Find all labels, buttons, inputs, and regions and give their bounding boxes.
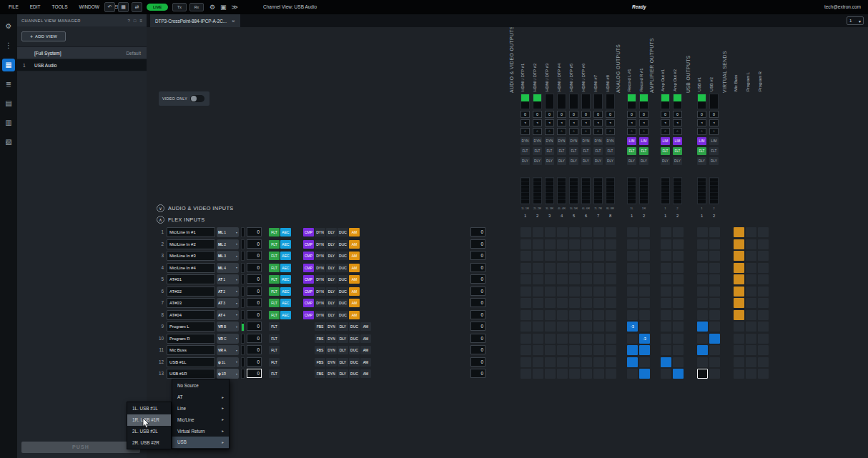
- input-dsp-block-am[interactable]: AM: [349, 275, 360, 284]
- undo-icon[interactable]: ↶: [104, 2, 115, 12]
- device-tab[interactable]: DTP3-CrossPoint-884-IPCP-A-2C... ×: [150, 14, 240, 27]
- section-header[interactable]: ∨AUDIO & VIDEO INPUTS: [157, 204, 234, 212]
- view-list-item[interactable]: [Full System]Default: [17, 47, 147, 59]
- menu-item-usb[interactable]: USB▸: [172, 437, 229, 448]
- view-list-item[interactable]: 1USB Audio: [17, 59, 147, 71]
- input-dsp-block-dly[interactable]: DLY: [337, 334, 348, 343]
- input-dsp-block-cmp[interactable]: CMP: [303, 275, 314, 284]
- input-dsp-block-dly[interactable]: DLY: [337, 358, 348, 367]
- input-source-select[interactable]: AT4▾: [217, 310, 239, 320]
- input-dsp-block-dyn[interactable]: DYN: [315, 252, 325, 260]
- input-dsp-block-fbs[interactable]: FBS: [315, 322, 325, 331]
- input-dsp-block-fbs[interactable]: FBS: [315, 369, 325, 378]
- input-output-gain-value[interactable]: 0: [470, 334, 485, 343]
- input-dsp-block-dyn[interactable]: DYN: [315, 275, 325, 284]
- input-dsp-block-dyn[interactable]: DYN: [326, 369, 337, 378]
- input-dsp-block-flt[interactable]: FLT: [269, 240, 280, 249]
- input-dsp-block-flt[interactable]: FLT: [269, 299, 280, 307]
- menu-item-virtual-return[interactable]: Virtual Return▸: [172, 425, 229, 437]
- input-output-gain-value[interactable]: 0: [470, 322, 485, 331]
- input-dsp-block-dly[interactable]: DLY: [326, 240, 337, 249]
- input-dsp-block-dyn[interactable]: DYN: [326, 346, 337, 354]
- input-dsp-block-dly[interactable]: DLY: [337, 369, 348, 378]
- presets-icon[interactable]: ▤: [2, 97, 15, 110]
- input-gain-value[interactable]: 0: [247, 310, 262, 319]
- tx-indicator[interactable]: Tx: [172, 3, 187, 11]
- input-source-select[interactable]: ML2▾: [217, 239, 239, 249]
- input-dsp-block-flt[interactable]: FLT: [269, 322, 280, 331]
- close-icon[interactable]: ×: [232, 18, 235, 24]
- input-dsp-block-dyn[interactable]: DYN: [315, 287, 325, 296]
- input-dsp-block-dly[interactable]: DLY: [326, 311, 337, 319]
- input-dsp-block-aec[interactable]: AEC: [280, 311, 291, 319]
- input-gain-value[interactable]: 0: [247, 322, 262, 331]
- input-name-field[interactable]: USB #1R: [167, 369, 215, 379]
- input-dsp-block-flt[interactable]: FLT: [269, 311, 280, 319]
- input-source-select[interactable]: ML1▾: [217, 227, 239, 237]
- input-dsp-block-duc[interactable]: DUC: [337, 264, 348, 272]
- input-name-field[interactable]: USB #1L: [167, 357, 215, 367]
- input-name-field[interactable]: Mic Buss: [167, 345, 215, 355]
- input-dsp-block-dly[interactable]: DLY: [326, 299, 337, 307]
- device-list-icon[interactable]: ⋮: [2, 39, 15, 52]
- input-dsp-block-dly[interactable]: DLY: [326, 228, 337, 237]
- menu-file[interactable]: FILE: [3, 0, 24, 14]
- input-dsp-block-flt[interactable]: FLT: [269, 334, 280, 343]
- input-dsp-block-dly[interactable]: DLY: [337, 322, 348, 331]
- input-dsp-block-aec[interactable]: AEC: [280, 287, 291, 296]
- input-dsp-block-flt[interactable]: FLT: [269, 252, 280, 260]
- menu-edit[interactable]: EDIT: [24, 0, 46, 14]
- input-gain-value[interactable]: 0: [247, 227, 262, 237]
- input-output-gain-value[interactable]: 0: [470, 369, 485, 378]
- input-dsp-block-aec[interactable]: AEC: [280, 264, 291, 272]
- input-dsp-block-dly[interactable]: DLY: [337, 346, 348, 354]
- input-dsp-block-aec[interactable]: AEC: [280, 275, 291, 284]
- input-source-select[interactable]: ψ1L▾: [217, 357, 239, 367]
- input-dsp-block-am[interactable]: AM: [349, 240, 360, 249]
- input-dsp-block-aec[interactable]: AEC: [280, 299, 291, 307]
- input-source-select[interactable]: AT2▾: [217, 287, 239, 297]
- input-name-field[interactable]: Mic/Line In #2: [167, 239, 215, 249]
- input-dsp-block-dyn[interactable]: DYN: [326, 334, 337, 343]
- video-only-toggle[interactable]: VIDEO ONLY: [159, 91, 209, 106]
- input-dsp-block-fbs[interactable]: FBS: [315, 346, 325, 354]
- input-dsp-block-dyn[interactable]: DYN: [315, 264, 325, 272]
- input-name-field[interactable]: Program R: [167, 334, 215, 344]
- input-dsp-block-am[interactable]: AM: [349, 228, 360, 237]
- menu-item-at[interactable]: AT▸: [172, 392, 229, 403]
- input-dsp-block-am[interactable]: AM: [360, 358, 371, 367]
- input-source-select[interactable]: VRA▾: [217, 345, 239, 355]
- input-dsp-block-cmp[interactable]: CMP: [303, 252, 314, 260]
- input-dsp-block-am[interactable]: AM: [360, 334, 371, 343]
- input-dsp-block-am[interactable]: AM: [349, 252, 360, 260]
- page-select[interactable]: 1 ▾: [847, 16, 864, 25]
- input-dsp-block-dyn[interactable]: DYN: [315, 311, 325, 319]
- input-dsp-block-am[interactable]: AM: [360, 346, 371, 354]
- input-dsp-block-cmp[interactable]: CMP: [303, 228, 314, 237]
- input-dsp-block-duc[interactable]: DUC: [349, 346, 360, 354]
- input-dsp-block-cmp[interactable]: CMP: [303, 299, 314, 307]
- input-dsp-block-flt[interactable]: FLT: [269, 287, 280, 296]
- input-dsp-block-aec[interactable]: AEC: [280, 228, 291, 237]
- input-output-gain-value[interactable]: 0: [470, 274, 485, 284]
- menu-item-no-source[interactable]: No Source: [172, 380, 229, 392]
- input-dsp-block-duc[interactable]: DUC: [349, 334, 360, 343]
- input-dsp-block-duc[interactable]: DUC: [337, 287, 348, 296]
- input-source-select[interactable]: VRC▾: [217, 334, 239, 344]
- input-dsp-block-flt[interactable]: FLT: [269, 275, 280, 284]
- input-dsp-block-am[interactable]: AM: [349, 311, 360, 319]
- help-icon[interactable]: ?: [128, 19, 130, 23]
- input-name-field[interactable]: Mic/Line In #3: [167, 251, 215, 261]
- input-gain-value[interactable]: 0: [247, 251, 262, 260]
- input-dsp-block-dyn[interactable]: DYN: [326, 322, 337, 331]
- input-dsp-block-fbs[interactable]: FBS: [315, 358, 325, 367]
- submenu-item-1l-usb-1l[interactable]: 1L. USB #1L: [127, 403, 171, 414]
- menu-window[interactable]: WINDOW: [73, 0, 105, 14]
- input-gain-value[interactable]: 0: [247, 334, 262, 343]
- input-dsp-block-am[interactable]: AM: [360, 322, 371, 331]
- input-dsp-block-flt[interactable]: FLT: [269, 358, 280, 367]
- panel-menu-icon[interactable]: ≡: [139, 19, 142, 23]
- settings-icon[interactable]: ⚙: [2, 20, 15, 33]
- input-dsp-block-aec[interactable]: AEC: [280, 252, 291, 260]
- input-gain-value[interactable]: 0: [247, 274, 262, 284]
